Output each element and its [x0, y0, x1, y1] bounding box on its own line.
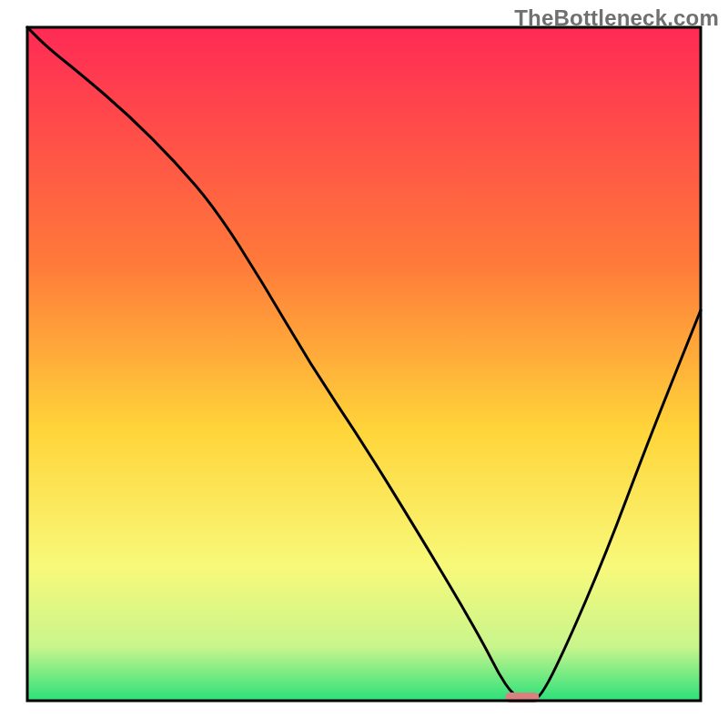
chart-container: TheBottleneck.com [0, 0, 728, 728]
plot-background [27, 27, 701, 701]
watermark-text: TheBottleneck.com [514, 5, 719, 31]
bottleneck-chart [0, 0, 728, 728]
